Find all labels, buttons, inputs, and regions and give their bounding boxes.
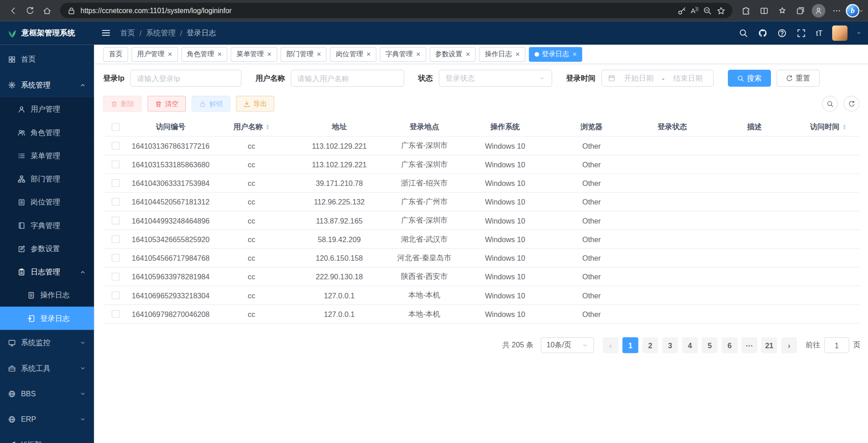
header-search-button[interactable] bbox=[739, 28, 748, 38]
sort-icon[interactable]: ▲▼ bbox=[843, 123, 847, 130]
extensions-button[interactable] bbox=[737, 3, 755, 19]
sidebar-item-11[interactable]: 登录日志 bbox=[0, 307, 94, 330]
breadcrumb-home[interactable]: 首页 bbox=[120, 28, 135, 38]
help-button[interactable] bbox=[777, 28, 787, 38]
page-more-button[interactable]: ··· bbox=[741, 337, 757, 353]
sidebar-item-5[interactable]: 部门管理 bbox=[0, 167, 94, 190]
tab-close-icon[interactable]: × bbox=[267, 50, 271, 58]
page-button-5[interactable]: 5 bbox=[702, 337, 718, 353]
next-page-button[interactable]: › bbox=[781, 337, 797, 353]
tab-8[interactable]: 操作日志× bbox=[479, 47, 525, 62]
username-input[interactable] bbox=[291, 70, 404, 87]
clear-button[interactable]: 清空 bbox=[147, 96, 186, 112]
password-key-button[interactable] bbox=[677, 6, 686, 15]
sidebar-item-9[interactable]: 日志管理 bbox=[0, 260, 94, 283]
sidebar-item-13[interactable]: 系统工具 bbox=[0, 355, 94, 381]
avatar-caret-icon[interactable] bbox=[856, 30, 862, 36]
status-select[interactable]: 登录状态 bbox=[439, 70, 552, 87]
page-button-2[interactable]: 2 bbox=[642, 337, 658, 353]
row-checkbox[interactable] bbox=[112, 310, 120, 318]
row-checkbox[interactable] bbox=[112, 161, 120, 169]
tab-9[interactable]: 登录日志× bbox=[529, 47, 582, 62]
user-avatar[interactable] bbox=[832, 25, 848, 41]
tab-7[interactable]: 参数设置× bbox=[429, 47, 476, 62]
column-header-7[interactable]: 描述 bbox=[712, 122, 797, 132]
fullscreen-button[interactable] bbox=[797, 28, 806, 38]
collections-button[interactable] bbox=[791, 3, 809, 19]
page-button-1[interactable]: 1 bbox=[623, 337, 639, 353]
row-checkbox[interactable] bbox=[112, 254, 120, 262]
sidebar-item-8[interactable]: 参数设置 bbox=[0, 237, 94, 260]
tab-close-icon[interactable]: × bbox=[515, 50, 519, 58]
prev-page-button[interactable]: ‹ bbox=[603, 337, 619, 353]
browser-menu-button[interactable] bbox=[828, 3, 846, 19]
tab-1[interactable]: 用户管理× bbox=[132, 47, 178, 62]
sidebar-item-15[interactable]: ERP bbox=[0, 406, 94, 432]
sidebar-item-14[interactable]: BBS bbox=[0, 381, 94, 406]
read-aloud-icon[interactable]: A)) bbox=[691, 6, 698, 15]
search-button[interactable]: 搜索 bbox=[727, 70, 770, 87]
zoom-out-button[interactable] bbox=[703, 6, 712, 15]
column-header-6[interactable]: 登录状态 bbox=[633, 122, 712, 132]
github-icon[interactable] bbox=[758, 28, 768, 38]
tab-4[interactable]: 部门管理× bbox=[280, 47, 327, 62]
favorites-button[interactable] bbox=[773, 3, 791, 19]
unlock-button[interactable]: 解锁 bbox=[192, 96, 230, 112]
export-button[interactable]: 导出 bbox=[236, 96, 274, 112]
sidebar-item-6[interactable]: 岗位管理 bbox=[0, 190, 94, 214]
row-checkbox[interactable] bbox=[112, 292, 120, 300]
sidebar-collapse-button[interactable] bbox=[101, 28, 112, 38]
tab-5[interactable]: 岗位管理× bbox=[330, 47, 376, 62]
refresh-table-button[interactable] bbox=[844, 96, 859, 112]
sidebar-item-0[interactable]: 首页 bbox=[0, 47, 94, 72]
sidebar-item-4[interactable]: 菜单管理 bbox=[0, 144, 94, 167]
page-size-select[interactable]: 10条/页 bbox=[541, 337, 595, 353]
tab-close-icon[interactable]: × bbox=[168, 50, 172, 58]
app-logo[interactable]: 意框架管理系统 bbox=[0, 28, 94, 39]
sidebar-item-3[interactable]: 角色管理 bbox=[0, 121, 94, 144]
row-checkbox[interactable] bbox=[112, 179, 120, 187]
column-header-3[interactable]: 登录地点 bbox=[389, 122, 460, 132]
sidebar-item-12[interactable]: 系统监控 bbox=[0, 330, 94, 355]
goto-page-input[interactable] bbox=[824, 337, 849, 353]
row-checkbox[interactable] bbox=[112, 217, 120, 225]
tab-close-icon[interactable]: × bbox=[572, 50, 576, 58]
tab-close-icon[interactable]: × bbox=[366, 50, 371, 58]
ip-input[interactable] bbox=[130, 70, 241, 87]
text-size-button[interactable]: tT bbox=[816, 29, 822, 37]
column-header-2[interactable]: 地址 bbox=[290, 122, 389, 132]
select-all-checkbox[interactable] bbox=[112, 123, 120, 131]
tab-close-icon[interactable]: × bbox=[416, 50, 420, 58]
row-checkbox[interactable] bbox=[112, 235, 120, 243]
split-screen-button[interactable] bbox=[755, 3, 773, 19]
breadcrumb-system[interactable]: 系统管理 bbox=[146, 28, 176, 38]
column-header-4[interactable]: 操作系统 bbox=[460, 122, 551, 132]
browser-home-button[interactable] bbox=[39, 3, 56, 19]
delete-button[interactable]: 删除 bbox=[103, 96, 142, 112]
tab-6[interactable]: 字典管理× bbox=[380, 47, 426, 62]
page-button-21[interactable]: 21 bbox=[761, 337, 777, 353]
page-button-6[interactable]: 6 bbox=[722, 337, 737, 353]
sidebar-item-1[interactable]: 系统管理 bbox=[0, 72, 94, 97]
browser-profile-button[interactable] bbox=[809, 3, 828, 19]
row-checkbox[interactable] bbox=[112, 198, 120, 206]
page-button-4[interactable]: 4 bbox=[682, 337, 698, 353]
copilot-icon[interactable]: b bbox=[846, 4, 859, 17]
reset-button[interactable]: 重置 bbox=[776, 70, 819, 87]
row-checkbox[interactable] bbox=[112, 273, 120, 281]
copilot-caret-icon[interactable] bbox=[858, 8, 864, 14]
tab-close-icon[interactable]: × bbox=[317, 50, 321, 58]
date-range-picker[interactable]: 开始日期 - 结束日期 bbox=[601, 70, 714, 87]
column-header-0[interactable]: 访问编号 bbox=[128, 122, 214, 132]
tab-2[interactable]: 角色管理× bbox=[181, 47, 227, 62]
sort-icon[interactable]: ▲▼ bbox=[266, 123, 270, 130]
tab-close-icon[interactable]: × bbox=[466, 50, 470, 58]
address-bar[interactable]: https://ccnetcore.com:1101/system/log/lo… bbox=[60, 3, 733, 18]
sidebar-item-16[interactable]: Yi框架 bbox=[0, 432, 94, 443]
row-checkbox[interactable] bbox=[112, 142, 120, 150]
tab-3[interactable]: 菜单管理× bbox=[231, 47, 277, 62]
sidebar-item-7[interactable]: 字典管理 bbox=[0, 214, 94, 237]
column-header-1[interactable]: 用户名称▲▼ bbox=[213, 122, 290, 132]
sidebar-item-10[interactable]: 操作日志 bbox=[0, 283, 94, 307]
page-button-3[interactable]: 3 bbox=[662, 337, 678, 353]
